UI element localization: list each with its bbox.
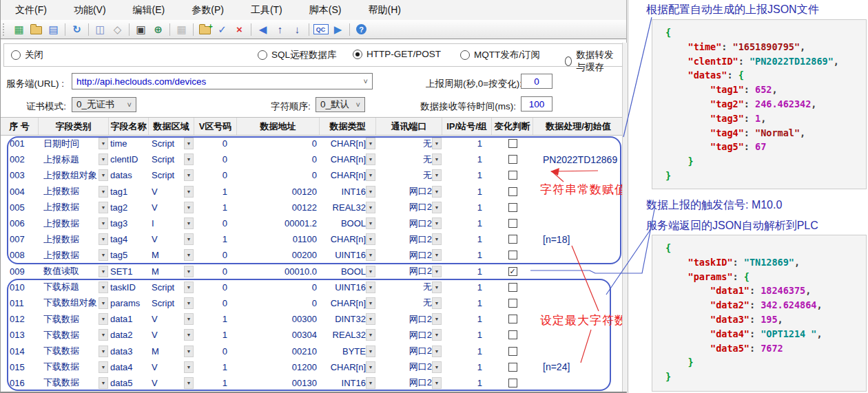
cell-init-value[interactable] [533, 264, 624, 279]
column-header[interactable]: 数据处理/初始值 [533, 118, 624, 135]
json-token: "data3" [710, 314, 750, 325]
json-token: , [816, 299, 822, 310]
cell-comm-port[interactable]: 网口2▼ [376, 264, 442, 279]
up-arrow-icon[interactable]: ↑ [271, 22, 289, 37]
monitor-edit-icon[interactable]: ▣ [132, 22, 149, 37]
radio-icon[interactable] [258, 50, 267, 60]
right-annotation-panel: 根据配置自动生成的上报JSON文件 { "time": "1651890795"… [628, 0, 868, 393]
run-play-icon[interactable]: ▶ [329, 22, 347, 37]
cell-data-type[interactable]: BOOL▼ [320, 264, 376, 279]
dropdown-arrow-icon[interactable]: ▼ [366, 266, 375, 277]
column-header[interactable]: IP/站号/组 [442, 118, 492, 135]
column-header[interactable]: 数据类型 [320, 118, 376, 135]
json-token: "data5" [710, 343, 750, 354]
change-checkbox[interactable] [508, 267, 517, 276]
report-period-input[interactable]: 0 [521, 74, 552, 89]
open-folder-icon[interactable] [28, 22, 45, 37]
radio-icon[interactable] [353, 50, 362, 59]
cell-data-area[interactable]: M▼ [149, 264, 194, 279]
json-token [665, 343, 710, 354]
radio-icon[interactable] [460, 50, 470, 60]
menu-item-v[interactable]: 功能(V) [65, 1, 115, 19]
mode-radio-mqtt[interactable]: MQTT发布/订阅 [460, 49, 540, 61]
help-icon[interactable]: ? [353, 22, 370, 37]
json-code-line: "clentID": "PN2022TD12869", [665, 54, 863, 69]
json-code-line: "tag5": 67 [665, 140, 863, 154]
qc-icon[interactable]: QC [312, 22, 329, 37]
radio-icon[interactable] [11, 50, 21, 60]
menu-item-e[interactable]: 编辑(E) [124, 1, 174, 19]
mode-radio-httpgetpost[interactable]: HTTP-GET/POST [353, 49, 441, 59]
json-token: , [772, 84, 777, 95]
dropdown-arrow-icon[interactable]: ▼ [184, 266, 194, 277]
connect-icon[interactable]: ▦ [10, 22, 28, 37]
mode-radio-label: SQL远程数据库 [271, 49, 337, 61]
column-header[interactable]: 数据区域 [149, 118, 194, 135]
prev-arrow-icon[interactable]: ◀ [254, 22, 271, 37]
apply-check-icon[interactable]: ✓ [214, 22, 231, 37]
cell-station[interactable]: 1 [442, 264, 492, 279]
json-code-line: { [665, 25, 863, 40]
json-token: : [733, 271, 744, 282]
mode-radio-close[interactable]: 关闭 [11, 49, 43, 61]
column-header[interactable]: 通讯端口 [376, 118, 442, 135]
delete-x-icon[interactable]: × [231, 22, 248, 37]
sitemap-icon[interactable]: ◫ [92, 22, 109, 37]
json-code-line: { [665, 241, 863, 255]
json-token: , [794, 257, 800, 268]
recv-wait-label: 数据接收等待时间(ms): [412, 100, 516, 113]
chevron-down-icon[interactable]: ˅ [356, 100, 360, 109]
globe-icon[interactable]: ⊕ [149, 22, 167, 37]
column-header[interactable]: 变化判断 [492, 118, 533, 135]
toolbar-separator [65, 23, 65, 36]
menu-item-h[interactable]: 帮助(H) [359, 1, 409, 19]
menu-item-p[interactable]: 参数(P) [183, 1, 233, 19]
char-order-select[interactable]: 0_默认 ˅ [316, 97, 365, 112]
json-token: } [665, 371, 671, 382]
dropdown-arrow-icon[interactable]: ▼ [99, 266, 108, 277]
cell-v-number[interactable]: 0 [194, 264, 237, 279]
radio-icon[interactable] [565, 56, 572, 66]
server-url-combo[interactable]: http://api.heclouds.com/devices ˅ [72, 73, 373, 89]
report-period-label: 上报周期(秒,0=按变化): [426, 78, 522, 90]
save-icon[interactable]: ▤ [45, 22, 62, 37]
json-token [665, 328, 710, 339]
toolbar-grip[interactable] [3, 23, 8, 36]
column-header[interactable]: 字段名称 [109, 118, 149, 135]
folder-add-icon[interactable] [196, 22, 214, 37]
json-token: , [811, 98, 816, 109]
open-folder-icon [30, 26, 42, 34]
dropdown-arrow-icon[interactable]: ▼ [432, 266, 442, 277]
annotation-max-chars: 设定最大字符数 [540, 312, 627, 328]
help-icon: ? [356, 24, 366, 34]
menu-item-f[interactable]: 文件(F) [6, 1, 56, 19]
refresh-icon[interactable]: ↻ [68, 22, 85, 37]
recv-wait-input[interactable]: 100 [521, 96, 552, 111]
json-token: 1 [755, 113, 761, 124]
window-splitter[interactable] [622, 43, 628, 392]
column-header[interactable]: 序 号 [1, 118, 39, 135]
menu-item-s[interactable]: 脚本(S) [300, 1, 351, 19]
plug-icon[interactable]: ◇ [109, 22, 126, 37]
cell-seq: 009 [1, 264, 39, 279]
json-token: "tag1" [710, 84, 744, 95]
cell-data-address[interactable]: 00010.0 [237, 264, 320, 279]
chevron-down-icon[interactable]: ˅ [127, 100, 132, 109]
column-header[interactable]: 数据地址 [237, 118, 320, 135]
column-header[interactable]: 字段类别 [39, 118, 109, 135]
json-code-line: "data5": 7672 [665, 341, 863, 356]
json-token: "TN12869" [744, 257, 794, 268]
table-icon[interactable]: ▦ [173, 22, 190, 37]
dtype-label: BOOL [341, 266, 366, 277]
cell-category[interactable]: 数值读取▼ [39, 264, 109, 279]
chevron-down-icon[interactable]: ˅ [364, 77, 368, 85]
cert-mode-select[interactable]: 0_无证书 ˅ [72, 97, 136, 112]
mode-radio-sql[interactable]: SQL远程数据库 [258, 49, 337, 61]
json-token: } [688, 357, 694, 368]
cell-field-name[interactable]: SET1 [109, 264, 149, 279]
json-token: : [744, 141, 755, 152]
down-arrow-icon[interactable]: ↓ [289, 22, 306, 37]
menu-item-t[interactable]: 工具(T) [242, 1, 291, 19]
table-row: 009数值读取▼SET1M▼000010.0BOOL▼网口2▼1 [1, 264, 624, 279]
column-header[interactable]: V区号码 [194, 118, 237, 135]
